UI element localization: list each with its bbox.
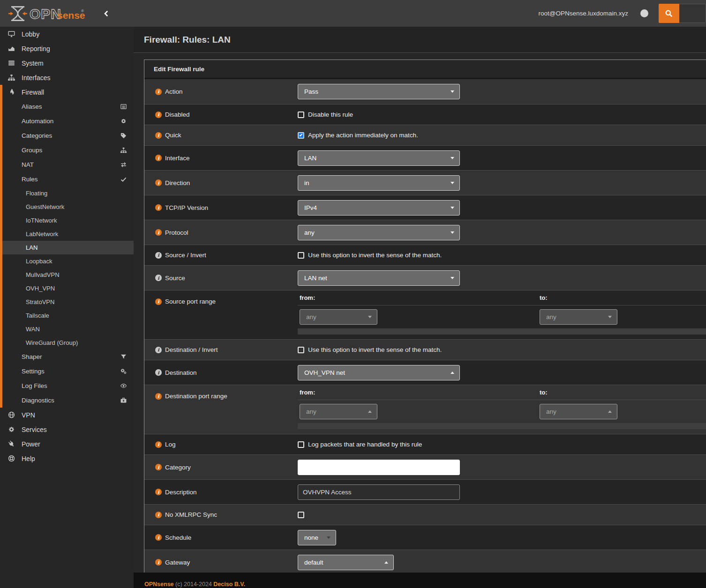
sidebar-item-iotnetwork[interactable]: IoTNetwork xyxy=(0,214,134,227)
sidebar-item-floating[interactable]: Floating xyxy=(0,186,134,200)
sidebar-item-lobby[interactable]: Lobby xyxy=(0,27,134,41)
description-input[interactable] xyxy=(298,484,460,500)
sidebar-item-reporting[interactable]: Reporting xyxy=(0,41,134,56)
source-port-range-header: from:to: xyxy=(298,290,706,305)
sidebar-item-label: Loopback xyxy=(26,258,52,265)
sidebar-item-firewall[interactable]: Firewall xyxy=(0,85,134,99)
info-icon[interactable]: i xyxy=(155,369,162,376)
form-label-gateway: iGateway xyxy=(144,559,298,566)
info-icon[interactable]: i xyxy=(155,489,162,495)
tcpip-version-select[interactable]: IPv4 xyxy=(298,200,460,216)
sidebar-item-diagnostics[interactable]: Diagnostics xyxy=(0,393,134,408)
sidebar-item-ovh-vpn[interactable]: OVH_VPN xyxy=(0,282,134,295)
sidebar-item-shaper[interactable]: Shaper xyxy=(0,350,134,364)
source-port-range-from-select[interactable]: any xyxy=(300,309,377,325)
sidebar-item-label: Categories xyxy=(22,132,52,139)
sidebar-collapse-button[interactable] xyxy=(102,9,111,18)
source-port-range-to-select[interactable]: any xyxy=(540,309,617,325)
sidebar-item-help[interactable]: Help xyxy=(0,451,134,466)
info-icon[interactable]: i xyxy=(155,534,162,541)
sidebar-item-wireguard-group[interactable]: WireGuard (Group) xyxy=(0,336,134,350)
sidebar-item-log-files[interactable]: Log Files xyxy=(0,379,134,393)
form-control-interface: LAN xyxy=(298,150,706,166)
info-icon[interactable]: i xyxy=(155,559,162,566)
info-icon[interactable]: i xyxy=(155,179,162,186)
destination-invert-checkbox[interactable] xyxy=(298,347,304,353)
direction-select[interactable]: in xyxy=(298,175,460,191)
sidebar-item-categories[interactable]: Categories xyxy=(0,128,134,143)
source-invert-label: Source / Invert xyxy=(165,252,206,259)
sidebar-item-labnetwork[interactable]: LabNetwork xyxy=(0,227,134,241)
info-icon[interactable]: i xyxy=(155,112,162,118)
schedule-select[interactable]: none xyxy=(298,530,336,545)
info-icon[interactable]: i xyxy=(155,275,162,281)
info-icon[interactable]: i xyxy=(155,204,162,211)
info-icon[interactable]: i xyxy=(155,464,162,470)
category-input[interactable] xyxy=(298,460,460,475)
info-icon[interactable]: i xyxy=(155,441,162,448)
footer-opnsense-link[interactable]: OPNsense xyxy=(144,581,174,588)
quick-checkbox[interactable] xyxy=(298,132,304,139)
source-label: Source xyxy=(165,275,185,282)
destination-port-range-to-select[interactable]: any xyxy=(540,404,617,419)
sidebar-item-stratovpn[interactable]: StratoVPN xyxy=(0,295,134,309)
logged-in-user[interactable]: root@OPNsense.luxdomain.xyz xyxy=(538,10,628,17)
search-button[interactable] xyxy=(659,4,679,23)
plug-icon xyxy=(8,440,15,448)
action-select[interactable]: Pass xyxy=(298,84,460,99)
interface-select[interactable]: LAN xyxy=(298,150,460,166)
disabled-checkbox[interactable] xyxy=(298,112,304,118)
sidebar-item-guestnetwork[interactable]: GuestNetwork xyxy=(0,200,134,214)
sidebar-item-aliases[interactable]: Aliases xyxy=(0,99,134,114)
search-input[interactable] xyxy=(679,4,706,23)
main-content: Firewall: Rules: LAN Edit Firewall rule … xyxy=(134,27,706,588)
info-icon[interactable]: i xyxy=(155,512,162,518)
info-icon[interactable]: i xyxy=(155,393,162,400)
form-label-destination-port-range: iDestination port range xyxy=(144,385,298,400)
info-icon[interactable]: i xyxy=(155,155,162,161)
gateway-select[interactable]: default xyxy=(298,555,394,570)
sidebar-item-interfaces[interactable]: Interfaces xyxy=(0,70,134,85)
sidebar-item-lan[interactable]: LAN xyxy=(0,241,134,254)
sidebar-item-vpn[interactable]: VPN xyxy=(0,408,134,422)
sidebar-item-mullvadvpn[interactable]: MullvadVPN xyxy=(0,268,134,282)
opnsense-app: OPN sense ® root@OPNsense.luxdomain.xyz … xyxy=(0,0,706,588)
destination-port-range-from-select[interactable]: any xyxy=(300,404,377,419)
opnsense-logo[interactable]: OPN sense ® xyxy=(8,4,87,23)
protocol-select[interactable]: any xyxy=(298,225,460,240)
info-icon[interactable]: i xyxy=(155,347,162,353)
sidebar-item-label: WAN xyxy=(26,326,40,333)
form-control-protocol: any xyxy=(298,225,706,240)
sidebar-item-groups[interactable]: Groups xyxy=(0,143,134,157)
action-label: Action xyxy=(165,88,183,95)
topbar: OPN sense ® root@OPNsense.luxdomain.xyz xyxy=(0,0,706,27)
footer-deciso-link[interactable]: Deciso B.V. xyxy=(213,581,245,588)
sidebar-item-rules[interactable]: Rules xyxy=(0,172,134,186)
info-icon[interactable]: i xyxy=(155,132,162,139)
info-icon[interactable]: i xyxy=(155,252,162,259)
sidebar-item-system[interactable]: System xyxy=(0,56,134,70)
info-icon[interactable]: i xyxy=(155,229,162,236)
source-invert-checkbox-label: Use this option to invert the sense of t… xyxy=(308,252,442,259)
sidebar-item-loopback[interactable]: Loopback xyxy=(0,254,134,268)
log-checkbox[interactable] xyxy=(298,441,304,448)
source-invert-checkbox[interactable] xyxy=(298,252,304,259)
sidebar-item-automation[interactable]: Automation xyxy=(0,114,134,128)
destination-select[interactable]: OVH_VPN net xyxy=(298,365,460,380)
sidebar-item-power[interactable]: Power xyxy=(0,437,134,451)
form-row-schedule: iSchedulenone xyxy=(144,525,706,550)
status-indicator-dot xyxy=(640,9,648,17)
sidebar-item-services[interactable]: Services xyxy=(0,422,134,437)
sidebar-item-nat[interactable]: NAT xyxy=(0,157,134,172)
sidebar-item-label: Diagnostics xyxy=(22,397,54,404)
sidebar-item-label: LabNetwork xyxy=(26,231,58,238)
source-select[interactable]: LAN net xyxy=(298,270,460,286)
info-icon[interactable]: i xyxy=(155,89,162,95)
sidebar-item-label: Settings xyxy=(22,368,45,375)
no-xmlrpc-sync-checkbox[interactable] xyxy=(298,512,304,518)
sidebar-item-wan[interactable]: WAN xyxy=(0,322,134,336)
sidebar-item-settings[interactable]: Settings xyxy=(0,364,134,379)
info-icon[interactable]: i xyxy=(155,298,162,305)
sidebar-item-tailscale[interactable]: Tailscale xyxy=(0,309,134,322)
form-control-source: LAN net xyxy=(298,270,706,286)
